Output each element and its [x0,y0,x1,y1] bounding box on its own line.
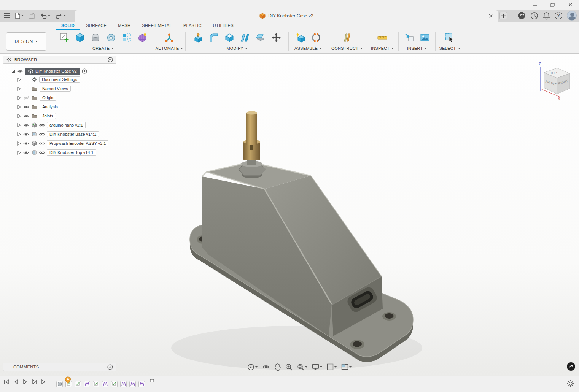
save-icon[interactable] [28,12,35,19]
insert-dropdown[interactable]: INSERT [407,46,427,51]
collapse-all-icon[interactable] [108,57,113,62]
create-cylinder-icon[interactable] [89,32,102,44]
create-box-icon[interactable] [74,32,86,44]
tree-row-origin[interactable]: Origin [3,93,116,102]
help-icon[interactable]: ? [555,12,562,19]
extensions-icon[interactable] [517,11,526,20]
expand-arrow-icon[interactable] [17,123,21,127]
tree-item-label[interactable]: Propwash Encoder ASSY v3:1 [47,140,108,146]
go-to-start-icon[interactable] [4,379,9,384]
expand-arrow-icon[interactable] [17,151,21,155]
browser-header[interactable]: BROWSER [3,56,116,64]
new-component-icon[interactable] [294,32,307,44]
app-grid-icon[interactable] [3,12,11,19]
tab-mesh[interactable]: MESH [112,22,136,30]
timeline-feature-sketch-icon[interactable] [75,381,81,387]
expand-arrow-icon[interactable] [17,96,21,100]
viewports-icon[interactable] [340,363,352,371]
go-to-end-icon[interactable] [41,379,47,384]
timeline-playhead[interactable] [149,379,154,389]
tree-row-knobster-base[interactable]: DIY Knobster Base v14:1 [3,130,116,139]
visibility-eye-icon[interactable] [23,132,29,136]
create-pattern-icon[interactable] [121,32,133,44]
automate-dropdown[interactable]: AUTOMATE [156,46,183,51]
tree-row-named-views[interactable]: Named Views [3,84,116,93]
visibility-eye-icon[interactable] [23,114,29,118]
step-forward-icon[interactable] [32,379,37,384]
collapse-panel-icon[interactable] [6,58,11,62]
timeline-settings-gear-icon[interactable] [567,380,574,387]
construct-dropdown[interactable]: CONSTRUCT [331,46,363,51]
tree-row-propwash-encoder[interactable]: Propwash Encoder ASSY v3:1 [3,139,116,148]
timeline-feature-form-icon[interactable] [84,381,90,387]
timeline-feature-form-icon[interactable] [129,381,136,387]
expand-arrow-icon[interactable] [17,114,21,118]
select-dropdown[interactable]: SELECT [439,46,460,51]
expand-arrow-icon[interactable] [17,132,21,136]
visibility-eye-off-icon[interactable] [23,96,29,100]
tree-item-label[interactable]: DIY Knobster Base v14:1 [47,131,99,137]
assistant-icon[interactable] [567,362,575,371]
create-torus-icon[interactable] [105,32,117,44]
comments-panel[interactable]: COMMENTS [3,363,116,371]
tree-row-joints[interactable]: Joints [3,111,116,121]
modify-dropdown[interactable]: MODIFY [227,46,248,51]
browser-root-row[interactable]: DIY Knobster Case v2 [3,67,116,75]
orbit-icon[interactable] [247,363,258,371]
tree-row-knobster-top[interactable]: DIY Knobster Top v14:1 [3,148,116,157]
tab-surface[interactable]: SURFACE [80,22,112,30]
tree-row-arduino-nano[interactable]: arduino nano v2:1 [3,121,116,130]
expand-arrow-icon[interactable] [17,105,21,109]
visibility-eye-icon[interactable] [23,123,29,127]
step-back-icon[interactable] [14,379,18,384]
tree-row-document-settings[interactable]: Document Settings [3,75,116,84]
timeline-feature-form-icon[interactable] [138,381,145,387]
job-status-icon[interactable] [530,12,538,20]
tree-item-label[interactable]: Joints [40,113,56,119]
tree-row-analysis[interactable]: Analysis [3,102,116,111]
create-sketch-icon[interactable] [58,32,70,44]
new-tab-icon[interactable] [499,12,507,19]
file-menu-icon[interactable] [14,12,24,20]
timeline-feature-sketch-icon[interactable] [111,381,118,387]
split-body-icon[interactable] [255,32,267,44]
inspect-dropdown[interactable]: INSPECT [371,46,394,51]
expand-arrow-icon[interactable] [17,87,21,91]
construct-plane-icon[interactable] [341,32,353,44]
tree-item-label[interactable]: Document Settings [39,76,80,83]
tab-solid[interactable]: SOLID [56,22,80,30]
insert-derive-icon[interactable] [403,32,415,44]
zoom-window-icon[interactable] [296,363,308,371]
measure-icon[interactable] [376,32,388,44]
timeline-feature-body-icon[interactable] [56,381,63,387]
tree-item-label[interactable]: arduino nano v2:1 [47,122,86,128]
tree-item-label[interactable]: Origin [40,95,56,101]
tab-utilities[interactable]: UTILITIES [207,22,239,30]
play-icon[interactable] [23,379,27,384]
grid-snap-icon[interactable] [326,363,337,371]
tree-item-label[interactable]: Analysis [40,104,60,110]
expanded-arrow-icon[interactable] [11,69,15,73]
draft-icon[interactable] [239,32,251,44]
design-workspace-dropdown[interactable]: DESIGN [6,32,46,51]
display-settings-icon[interactable] [311,363,323,371]
redo-icon[interactable] [54,12,67,19]
timeline-feature-form-icon[interactable] [120,381,127,387]
view-cube[interactable]: Z TOP FRONT RIGHT X [533,60,576,104]
visibility-eye-icon[interactable] [17,69,23,73]
tree-item-label[interactable]: Named Views [40,86,71,92]
tab-sheet-metal[interactable]: SHEET METAL [136,22,178,30]
minimize-icon[interactable] [527,0,544,10]
zoom-icon[interactable] [285,363,293,371]
close-tab-icon[interactable] [488,13,494,19]
press-pull-icon[interactable] [192,32,204,44]
create-form-icon[interactable] [136,32,148,44]
undo-icon[interactable] [39,12,51,19]
timeline-pin-icon[interactable] [65,376,71,384]
document-tab[interactable]: DIY Knobster Case v2 [75,10,498,22]
tab-plastic[interactable]: PLASTIC [178,22,207,30]
insert-canvas-icon[interactable] [419,32,431,44]
create-dropdown[interactable]: CREATE [92,46,114,51]
maximize-icon[interactable] [544,0,562,10]
activate-component-radio-icon[interactable] [82,68,87,74]
